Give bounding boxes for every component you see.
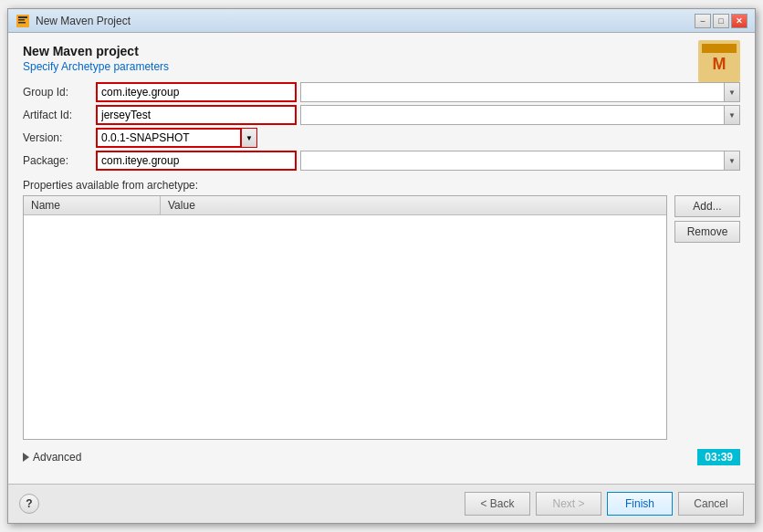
version-input[interactable] — [96, 128, 242, 148]
svg-rect-1 — [18, 16, 27, 18]
action-buttons: Add... Remove — [674, 195, 740, 440]
title-bar: New Maven Project – □ ✕ — [8, 9, 755, 33]
title-bar-buttons: – □ ✕ — [695, 14, 747, 28]
bottom-buttons: < Back Next > Finish Cancel — [465, 492, 744, 516]
finish-button[interactable]: Finish — [607, 492, 673, 516]
group-id-dropdown[interactable]: ▼ — [724, 82, 740, 102]
package-dropdown[interactable]: ▼ — [724, 151, 740, 171]
group-id-label: Group Id: — [23, 86, 96, 99]
maven-logo: M — [698, 40, 740, 82]
version-row: Version: ▼ — [23, 128, 740, 148]
page-subtitle: Specify Archetype parameters — [23, 60, 740, 73]
cancel-button[interactable]: Cancel — [678, 492, 744, 516]
bottom-bar: ? < Back Next > Finish Cancel — [8, 484, 755, 523]
bottom-left: ? — [19, 494, 39, 514]
advanced-toggle[interactable]: Advanced — [23, 451, 81, 464]
back-button[interactable]: < Back — [465, 492, 530, 516]
package-row: Package: ▼ — [23, 151, 740, 171]
table-area: Name Value Add... Remove — [23, 195, 740, 440]
col-name-header: Name — [24, 196, 161, 214]
maximize-button[interactable]: □ — [713, 14, 729, 28]
version-dropdown[interactable]: ▼ — [241, 128, 257, 148]
col-value-header: Value — [161, 196, 666, 214]
header-row: New Maven project Specify Archetype para… — [23, 44, 740, 82]
group-id-input[interactable] — [96, 82, 297, 102]
artifact-id-label: Artifact Id: — [23, 109, 96, 121]
artifact-id-row: Artifact Id: ▼ — [23, 105, 740, 125]
time-badge: 03:39 — [697, 449, 740, 465]
next-button[interactable]: Next > — [536, 492, 601, 516]
properties-label: Properties available from archetype: — [23, 179, 740, 192]
title-bar-text: New Maven Project — [36, 15, 695, 27]
svg-rect-3 — [18, 22, 26, 24]
artifact-id-input[interactable] — [96, 105, 297, 125]
page-title: New Maven project — [23, 44, 740, 58]
form-fields: Group Id: ▼ Artifact Id: ▼ Version: ▼ Pa… — [23, 82, 740, 173]
version-label: Version: — [23, 131, 96, 144]
artifact-id-dropdown[interactable]: ▼ — [724, 105, 740, 125]
minimize-button[interactable]: – — [695, 14, 711, 28]
remove-button[interactable]: Remove — [674, 221, 740, 243]
svg-text:M: M — [713, 55, 726, 73]
window-icon — [16, 14, 30, 28]
page-header: New Maven project Specify Archetype para… — [23, 44, 740, 73]
close-button[interactable]: ✕ — [731, 14, 747, 28]
dialog-content: New Maven project Specify Archetype para… — [8, 33, 755, 484]
svg-rect-2 — [18, 19, 25, 21]
svg-rect-5 — [702, 44, 737, 53]
advanced-label: Advanced — [33, 451, 81, 464]
advanced-row: Advanced 03:39 — [23, 447, 740, 467]
main-window: New Maven Project – □ ✕ New Maven projec… — [7, 8, 756, 524]
properties-table: Name Value — [23, 195, 667, 440]
table-header: Name Value — [24, 196, 666, 215]
help-button[interactable]: ? — [19, 494, 39, 514]
package-label: Package: — [23, 154, 96, 167]
group-id-row: Group Id: ▼ — [23, 82, 740, 102]
package-input[interactable] — [96, 151, 297, 171]
triangle-icon — [23, 453, 29, 462]
add-button[interactable]: Add... — [674, 195, 740, 217]
